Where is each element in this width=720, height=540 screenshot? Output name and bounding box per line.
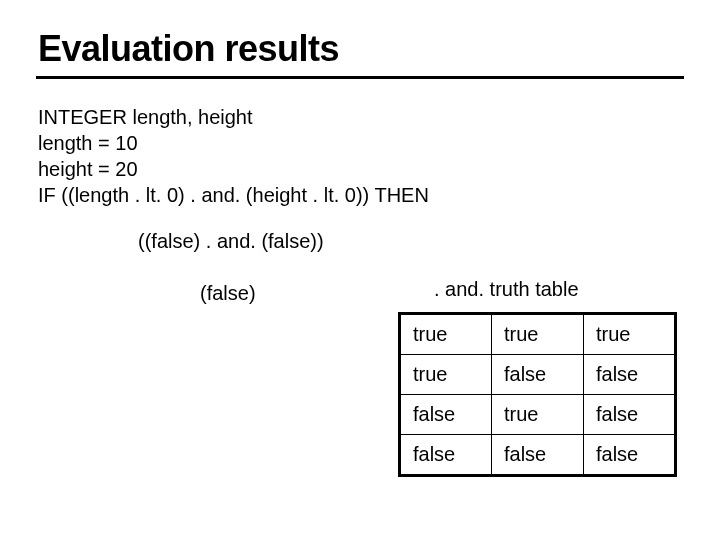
table-row: false true false <box>400 395 676 435</box>
code-block: INTEGER length, height length = 10 heigh… <box>38 104 429 208</box>
table-row: true false false <box>400 355 676 395</box>
table-cell: false <box>584 355 676 395</box>
slide-title: Evaluation results <box>38 28 339 70</box>
table-cell: true <box>492 395 584 435</box>
table-cell: false <box>584 395 676 435</box>
code-line-1: INTEGER length, height <box>38 104 429 130</box>
table-cell: false <box>492 355 584 395</box>
code-line-4: IF ((length . lt. 0) . and. (height . lt… <box>38 182 429 208</box>
table-row: false false false <box>400 435 676 476</box>
code-line-3: height = 20 <box>38 156 429 182</box>
table-cell: false <box>400 435 492 476</box>
title-underline <box>36 76 684 79</box>
evaluation-step-1: ((false) . and. (false)) <box>138 230 324 253</box>
evaluation-step-2: (false) <box>200 282 256 305</box>
truth-table-caption: . and. truth table <box>434 278 579 301</box>
table-cell: true <box>400 355 492 395</box>
code-line-2: length = 10 <box>38 130 429 156</box>
truth-table: true true true true false false false tr… <box>398 312 677 477</box>
table-cell: false <box>400 395 492 435</box>
table-row: true true true <box>400 314 676 355</box>
table-cell: true <box>584 314 676 355</box>
table-cell: true <box>492 314 584 355</box>
table-cell: false <box>584 435 676 476</box>
table-cell: true <box>400 314 492 355</box>
table-cell: false <box>492 435 584 476</box>
